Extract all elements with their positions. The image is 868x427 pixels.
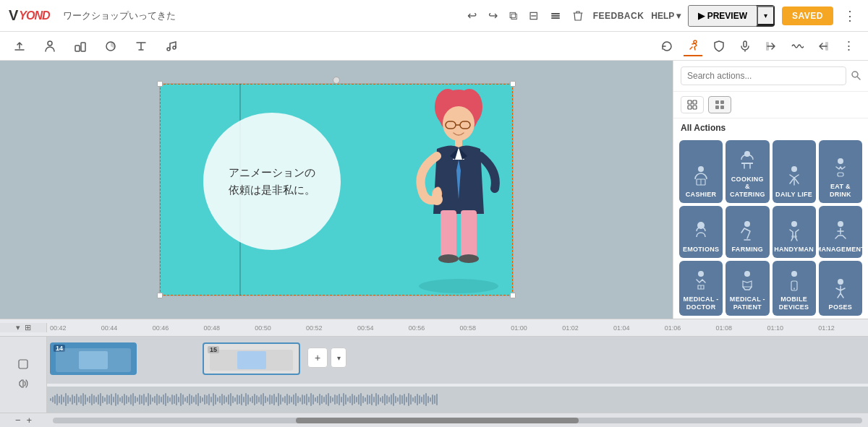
timeline-collapse-button[interactable]: ▾	[16, 323, 20, 332]
mic-button[interactable]	[736, 37, 754, 56]
undo-button[interactable]: ↩	[464, 6, 480, 25]
action-item-cooking-catering[interactable]: COOKING & CATERING	[726, 140, 769, 203]
handyman-figure	[783, 220, 806, 243]
action-item-handyman[interactable]: HANDYMAN	[773, 206, 816, 258]
svg-point-43	[838, 158, 843, 164]
timeline-grid-button[interactable]: ⊞	[25, 323, 31, 332]
svg-rect-32	[688, 105, 692, 109]
enter-scene-button[interactable]	[762, 37, 780, 56]
svg-point-49	[838, 221, 843, 227]
search-icon-button[interactable]	[851, 70, 861, 82]
paste-button[interactable]: ⊟	[526, 6, 541, 25]
layers-button[interactable]	[547, 7, 564, 25]
track-audio-button[interactable]	[18, 378, 28, 392]
action-item-daily-life[interactable]: DAILY LIFE	[773, 140, 816, 203]
exit-scene-button[interactable]	[814, 37, 833, 56]
add-clip-button[interactable]: +	[307, 348, 328, 368]
zoom-in-button[interactable]: +	[27, 415, 33, 426]
action-item-mobile-devices[interactable]: MOBILE DEVICES	[773, 261, 816, 316]
poses-label: POSES	[829, 303, 853, 311]
handle-tl[interactable]	[157, 81, 163, 87]
clip-14[interactable]: 14	[50, 342, 137, 375]
action-item-medical-patient[interactable]: MEDICAL - PATIENT	[726, 261, 769, 316]
mobile-devices-figure	[783, 269, 806, 293]
wave-button[interactable]	[788, 37, 807, 56]
preview-dropdown-button[interactable]: ▾	[757, 6, 775, 25]
character-placeholder	[397, 62, 520, 301]
ruler-mark: 01:12	[817, 324, 868, 332]
props-button[interactable]	[71, 37, 90, 56]
ruler-mark: 00:56	[407, 324, 459, 332]
zoom-out-button[interactable]: −	[15, 415, 21, 426]
svg-rect-33	[693, 105, 697, 109]
tab-list[interactable]	[708, 96, 731, 113]
handle-bl[interactable]	[157, 293, 163, 298]
ruler-mark: 00:42	[48, 324, 100, 332]
actions-tabs	[673, 92, 868, 118]
saved-button[interactable]: SAVED	[782, 7, 833, 25]
clip-15[interactable]: 15	[203, 342, 300, 375]
delete-button[interactable]	[570, 7, 586, 25]
track-add-scene-button[interactable]	[17, 358, 29, 372]
action-item-eat-drink[interactable]: EAT & DRINK	[819, 140, 862, 203]
music-button[interactable]	[162, 37, 181, 56]
run-action-button[interactable]	[684, 36, 702, 56]
cooking-label: COOKING & CATERING	[728, 176, 766, 199]
track-left-panel	[0, 337, 47, 413]
svg-line-29	[858, 77, 861, 79]
svg-point-52	[744, 271, 750, 277]
svg-point-24	[438, 254, 459, 263]
clip-dropdown-button[interactable]: ▾	[331, 348, 346, 368]
slide-frame: アニメーションの依頼は是非私に。	[159, 83, 514, 296]
action-item-poses[interactable]: POSES	[819, 261, 862, 316]
svg-point-28	[852, 72, 858, 77]
topbar-right: FEEDBACK HELP ▾ ▶ PREVIEW ▾ SAVED ⋮	[593, 5, 859, 27]
svg-rect-30	[688, 100, 692, 104]
svg-rect-0	[551, 13, 560, 14]
copy-button[interactable]: ⧉	[506, 7, 520, 25]
mobile-devices-label: MOBILE DEVICES	[775, 296, 813, 311]
ruler-mark: 00:48	[202, 324, 253, 332]
timeline-ruler: 00:42 00:44 00:46 00:48 00:50 00:52 00:5…	[47, 324, 868, 332]
svg-point-38	[698, 166, 704, 172]
svg-rect-10	[744, 41, 746, 47]
text-button[interactable]	[132, 37, 150, 56]
preview-main-button[interactable]: ▶ PREVIEW	[688, 5, 757, 27]
all-actions-label: All Actions	[673, 118, 868, 137]
svg-rect-20	[455, 139, 462, 147]
chart-button[interactable]	[101, 37, 120, 56]
timeline-area: ▾ ⊞ 00:42 00:44 00:46 00:48 00:50 00:52 …	[0, 319, 868, 427]
medical-patient-figure	[736, 269, 759, 293]
redo-button[interactable]: ↪	[485, 6, 501, 25]
action-item-medical-doctor[interactable]: MEDICAL - DOCTOR	[679, 261, 723, 316]
track-background	[47, 337, 868, 384]
replay-button[interactable]	[658, 37, 676, 56]
tab-grid[interactable]	[681, 96, 704, 113]
help-button[interactable]: HELP ▾	[651, 11, 681, 21]
upload-button[interactable]	[10, 37, 29, 56]
svg-point-42	[791, 166, 797, 172]
action-item-emotions[interactable]: EMOTIONS	[679, 206, 723, 258]
app-logo: V YOND	[9, 7, 50, 24]
action-item-management[interactable]: MANAGEMENT	[819, 206, 862, 258]
action-item-farming[interactable]: FARMING	[726, 206, 769, 258]
rotation-handle[interactable]	[333, 77, 340, 84]
search-input[interactable]	[681, 66, 846, 85]
emotions-figure	[689, 220, 712, 243]
svg-rect-23	[461, 210, 477, 257]
timeline-scrollbar[interactable]	[53, 418, 862, 423]
svg-point-50	[698, 271, 704, 277]
shield-button[interactable]	[710, 37, 728, 56]
character-button[interactable]	[41, 37, 59, 56]
topbar-more-button[interactable]: ⋮	[841, 5, 859, 27]
wave-bars	[47, 392, 441, 407]
actions-more-button[interactable]: ⋮	[840, 35, 858, 56]
timeline-scrollbar-thumb[interactable]	[296, 418, 579, 423]
ruler-mark: 00:50	[253, 324, 305, 332]
feedback-button[interactable]: FEEDBACK	[593, 11, 644, 21]
audio-waveform	[47, 390, 868, 409]
ruler-mark: 01:02	[561, 324, 612, 332]
svg-rect-34	[715, 100, 719, 104]
action-item-cashier[interactable]: CASHIER	[679, 140, 723, 203]
track-right-panel: 14 15 + ▾	[47, 337, 868, 413]
